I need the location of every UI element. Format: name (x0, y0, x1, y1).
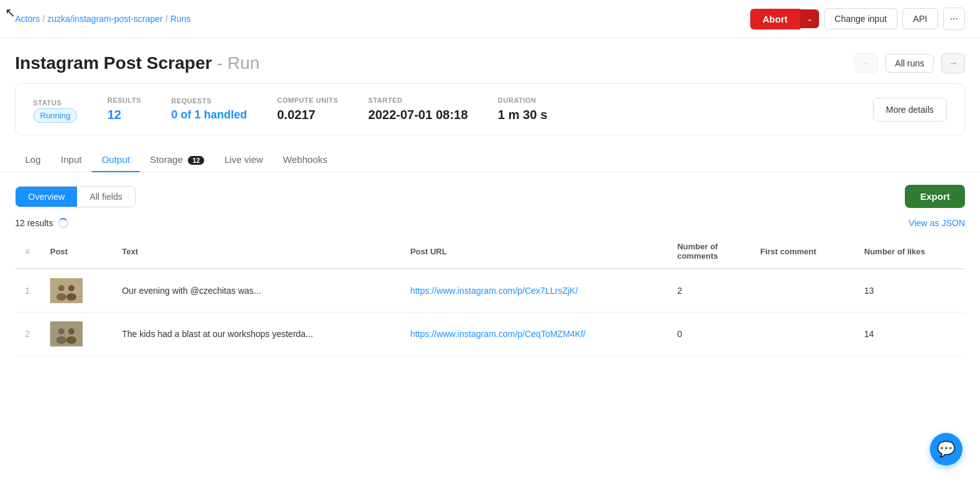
svg-point-1 (58, 285, 64, 291)
started-value: 2022-07-01 08:18 (368, 108, 468, 122)
breadcrumb-runs[interactable]: Runs (170, 14, 191, 24)
tab-webhooks[interactable]: Webhooks (273, 148, 338, 172)
col-num: # (15, 234, 40, 269)
row-num-comments: 2 (667, 269, 750, 313)
results-table: # Post Text Post URL Number ofcomments F… (15, 234, 965, 356)
row-first-comment (750, 313, 854, 356)
export-button[interactable]: Export (905, 185, 965, 208)
storage-badge: 12 (188, 156, 204, 165)
tab-output[interactable]: Output (91, 148, 140, 172)
svg-rect-5 (50, 321, 83, 346)
results-table-wrap: # Post Text Post URL Number ofcomments F… (0, 234, 980, 356)
stat-status: STATUS Running (33, 99, 77, 120)
svg-point-2 (56, 293, 66, 301)
top-navigation: Actors / zuzka/instagram-post-scraper / … (0, 0, 980, 38)
breadcrumb-sep2: / (165, 14, 168, 24)
svg-point-7 (56, 336, 66, 344)
svg-point-6 (58, 328, 64, 335)
table-row: 1 Our evening with @czechitas was...http… (15, 269, 965, 313)
svg-point-4 (66, 293, 76, 301)
loading-spinner (58, 218, 68, 228)
table-row: 2 The kids had a blast at our workshops … (15, 313, 965, 356)
svg-point-9 (66, 336, 76, 344)
page-header: Instagram Post Scraper - Run ← All runs … (0, 38, 980, 83)
post-thumbnail-svg (50, 321, 83, 346)
page-title: Instagram Post Scraper - Run (15, 53, 260, 73)
stat-started: STARTED 2022-07-01 08:18 (368, 96, 468, 122)
more-actions-button[interactable]: ··· (943, 8, 965, 30)
breadcrumb-sep1: / (43, 14, 45, 24)
duration-value: 1 m 30 s (498, 108, 547, 122)
row-text: The kids had a blast at our workshops ye… (112, 313, 400, 356)
results-count: 12 results (15, 218, 68, 228)
abort-button[interactable]: Abort (750, 9, 800, 29)
page-navigation: ← All runs → (854, 53, 965, 73)
stat-duration: DURATION 1 m 30 s (498, 96, 547, 122)
stat-compute: COMPUTE UNITS 0.0217 (277, 96, 339, 122)
row-first-comment (750, 269, 854, 313)
row-post-thumb (40, 269, 112, 313)
stat-results: RESULTS 12 (107, 96, 141, 122)
row-num-comments: 0 (667, 313, 750, 356)
breadcrumb-actors[interactable]: Actors (15, 14, 40, 24)
stats-card: STATUS Running RESULTS 12 REQUESTS 0 of … (15, 83, 965, 135)
row-num: 2 (15, 313, 40, 356)
tab-storage[interactable]: Storage 12 (140, 148, 214, 172)
api-button[interactable]: API (902, 8, 938, 29)
svg-point-8 (68, 328, 75, 335)
compute-value: 0.0217 (277, 108, 339, 122)
col-text: Text (112, 234, 400, 269)
col-post: Post (40, 234, 112, 269)
col-num-likes: Number of likes (854, 234, 965, 269)
tab-input[interactable]: Input (51, 148, 91, 172)
svg-rect-0 (50, 278, 83, 303)
row-text: Our evening with @czechitas was... (112, 269, 400, 313)
requests-value: 0 of 1 handled (171, 108, 247, 122)
row-post-url[interactable]: https://www.instagram.com/p/CeqToMZM4Kf/ (400, 313, 667, 356)
next-run-button[interactable]: → (941, 53, 965, 73)
post-thumbnail-svg (50, 278, 83, 303)
view-json-link[interactable]: View as JSON (909, 218, 965, 228)
row-num: 1 (15, 269, 40, 313)
results-bar: 12 results View as JSON (0, 216, 980, 234)
results-value: 12 (107, 108, 141, 122)
change-input-button[interactable]: Change input (824, 8, 897, 29)
row-post-thumb (40, 313, 112, 356)
status-badge: Running (33, 108, 77, 123)
top-actions: Abort ⌄ Change input API ··· (750, 8, 965, 30)
prev-run-button[interactable]: ← (854, 53, 878, 73)
view-toggle: Overview All fields (15, 186, 136, 207)
abort-dropdown-button[interactable]: ⌄ (800, 9, 819, 28)
allfields-view-button[interactable]: All fields (77, 187, 135, 207)
col-first-comment: First comment (750, 234, 854, 269)
row-num-likes: 14 (854, 313, 965, 356)
output-toolbar: Overview All fields Export (0, 172, 980, 216)
svg-point-3 (68, 285, 75, 291)
tabs-bar: Log Input Output Storage 12 Live view We… (0, 135, 980, 172)
row-post-url[interactable]: https://www.instagram.com/p/Cex7LLrsZjK/ (400, 269, 667, 313)
tab-log[interactable]: Log (15, 148, 51, 172)
row-num-likes: 13 (854, 269, 965, 313)
col-num-comments: Number ofcomments (667, 234, 750, 269)
all-runs-button[interactable]: All runs (885, 54, 934, 73)
overview-view-button[interactable]: Overview (16, 187, 77, 207)
stat-requests: REQUESTS 0 of 1 handled (171, 97, 247, 122)
breadcrumb: Actors / zuzka/instagram-post-scraper / … (15, 14, 191, 24)
breadcrumb-actor[interactable]: zuzka/instagram-post-scraper (48, 14, 163, 24)
col-post-url: Post URL (400, 234, 667, 269)
more-details-button[interactable]: More details (873, 98, 947, 122)
abort-button-group: Abort ⌄ (750, 9, 819, 29)
tab-live-view[interactable]: Live view (214, 148, 273, 172)
